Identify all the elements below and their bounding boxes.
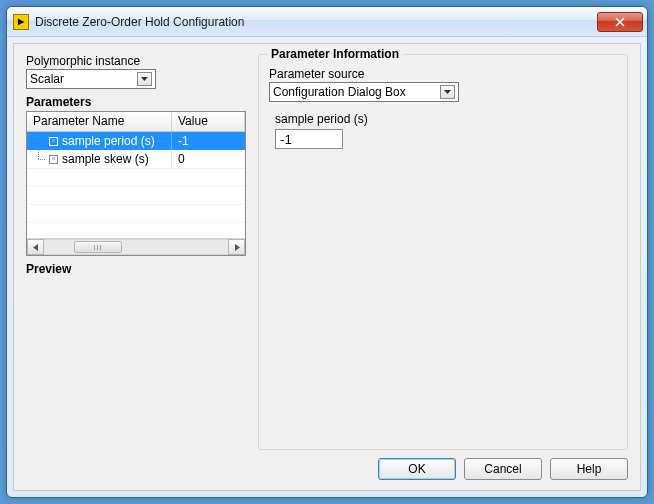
table-row[interactable]: ▫ sample period (s) -1 <box>27 132 245 150</box>
help-button[interactable]: Help <box>550 458 628 480</box>
param-value: -1 <box>172 134 245 148</box>
parameter-info-group: Parameter Information Parameter source C… <box>258 54 628 450</box>
chevron-down-icon <box>137 72 152 86</box>
scroll-left-button[interactable] <box>27 239 44 255</box>
scroll-thumb[interactable]: III <box>74 241 122 253</box>
param-value: 0 <box>172 152 245 166</box>
footer-buttons: OK Cancel Help <box>26 450 628 480</box>
parameters-header-row: Parameter Name Value <box>27 112 245 132</box>
scroll-track[interactable]: III <box>44 239 228 255</box>
cancel-button[interactable]: Cancel <box>464 458 542 480</box>
ok-button[interactable]: OK <box>378 458 456 480</box>
param-source-value: Configuration Dialog Box <box>273 85 406 99</box>
dialog-window: ▶ Discrete Zero-Order Hold Configuration… <box>6 6 648 498</box>
chevron-down-icon <box>440 85 455 99</box>
table-row[interactable]: ▫ sample skew (s) 0 <box>27 150 245 168</box>
right-column: Parameter Information Parameter source C… <box>258 54 628 450</box>
param-name: sample skew (s) <box>62 152 149 166</box>
polymorphic-label: Polymorphic instance <box>26 54 246 68</box>
group-legend: Parameter Information <box>267 47 403 61</box>
tree-node-icon: ▫ <box>49 155 58 164</box>
sample-period-input[interactable] <box>275 129 343 149</box>
sample-period-label: sample period (s) <box>275 112 617 126</box>
polymorphic-combo[interactable]: Scalar <box>26 69 156 89</box>
tree-node-icon: ▫ <box>49 137 58 146</box>
close-icon <box>615 17 625 27</box>
app-icon: ▶ <box>13 14 29 30</box>
polymorphic-value: Scalar <box>30 72 64 86</box>
col-header-name[interactable]: Parameter Name <box>27 112 172 131</box>
scroll-right-button[interactable] <box>228 239 245 255</box>
window-title: Discrete Zero-Order Hold Configuration <box>35 15 244 29</box>
param-source-label: Parameter source <box>269 67 617 81</box>
param-source-combo[interactable]: Configuration Dialog Box <box>269 82 459 102</box>
param-name: sample period (s) <box>62 134 155 148</box>
titlebar[interactable]: ▶ Discrete Zero-Order Hold Configuration <box>7 7 647 37</box>
preview-header: Preview <box>26 262 246 276</box>
close-button[interactable] <box>597 12 643 32</box>
client-area: Polymorphic instance Scalar Parameters P… <box>13 43 641 491</box>
parameters-header: Parameters <box>26 95 246 109</box>
parameters-body: ▫ sample period (s) -1 ▫ sample skew (s) <box>27 132 245 238</box>
horizontal-scrollbar[interactable]: III <box>27 238 245 255</box>
left-column: Polymorphic instance Scalar Parameters P… <box>26 54 246 450</box>
parameters-table: Parameter Name Value ▫ sample period (s)… <box>26 111 246 256</box>
col-header-value[interactable]: Value <box>172 112 245 131</box>
